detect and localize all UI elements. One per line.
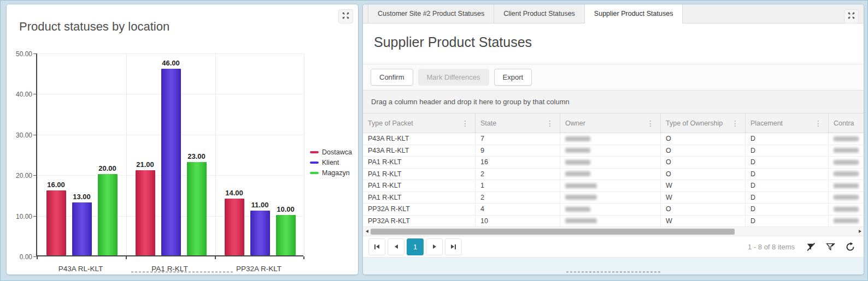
bar[interactable] [250,211,270,255]
tab-customer-site-2-product-statuses[interactable]: Customer Site #2 Product Statuses [368,4,494,23]
table-row[interactable]: PA1 R-KLT2WD [363,192,864,204]
table-cell: O [661,133,746,145]
pager-next-button[interactable] [426,238,443,255]
bar-klient-pa1-r-klt: 46.00 [161,59,181,255]
column-menu-icon[interactable]: ⋮ [730,119,740,128]
chart-expand-button[interactable] [338,9,353,23]
table-cell: D [746,157,829,168]
pager-prev-icon [395,244,398,249]
pager-page-1-button[interactable]: 1 [407,238,424,255]
table-cell [829,216,864,227]
bar[interactable] [72,202,92,255]
table-row[interactable]: P43A RL-KLT7OD [363,133,864,145]
grid-header-row: Type of Packet⋮State⋮Owner⋮Type of Owner… [363,113,864,133]
table-row[interactable]: P43A RL-KLT9OD [363,145,864,157]
y-axis-tick-label: 30.00 [16,131,32,139]
chart-title: Product statuses by location [19,20,169,34]
bar[interactable] [225,199,244,255]
bar[interactable] [98,174,118,255]
tab-supplier-product-statuses[interactable]: Supplier Product Statuses [585,4,683,23]
table-cell: D [746,204,829,215]
redacted-text [565,183,597,188]
table-row[interactable]: PA1 R-KLT16OD [363,157,864,169]
column-header-label: Placement [750,119,813,127]
pager-buttons: 1 [368,238,462,255]
table-cell [829,180,864,192]
panel-footer-dashes [566,271,660,273]
table-row[interactable]: PA1 R-KLT1WD [363,180,864,192]
table-row[interactable]: PA1 R-KLT2OD [363,169,864,181]
table-cell: 9 [476,145,560,157]
bar[interactable] [161,69,181,255]
tab-strip: Customer Site #2 Product StatusesClient … [363,4,864,23]
table-cell: O [661,204,746,215]
legend-item-magazyn[interactable]: Magazyn [310,169,352,177]
legend-item-dostawca[interactable]: Dostawca [310,148,352,156]
table-cell: D [746,216,829,227]
bar-group-pp32a-r-klt: 14.0011.0010.00 [215,53,304,255]
panel-footer-dashes [131,271,234,273]
group-by-hint: Drag a column header and drop it here to… [371,98,570,106]
bar-dostawca-p43a-rl-klt: 16.00 [46,181,66,255]
bar-group-p43a-rl-klt: 16.0013.0020.00 [37,53,126,255]
column-menu-icon[interactable]: ⋮ [545,119,555,128]
confirm-button[interactable]: Confirm [371,69,413,86]
export-button[interactable]: Export [494,69,532,86]
bar-klient-pp32a-r-klt: 11.00 [250,201,270,255]
column-header-placement[interactable]: Placement⋮ [746,113,829,133]
chart-legend: DostawcaKlientMagazyn [310,148,352,177]
bar-value-label: 13.00 [73,193,91,201]
table-row[interactable]: PP32A R-KLT10WD [363,216,864,228]
column-header-type-of-ownership[interactable]: Type of Ownership⋮ [661,113,746,133]
table-cell: W [661,180,746,192]
table-cell: D [746,133,829,145]
table-row[interactable]: PP32A R-KLT4OD [363,204,864,216]
grid-heading-area: Supplier Product Statuses [363,23,864,64]
column-menu-icon[interactable]: ⋮ [646,119,655,128]
scrollbar-thumb[interactable] [371,229,735,235]
table-cell [829,145,864,157]
scrollbar-track[interactable] [371,228,856,235]
filter-off-icon[interactable] [826,242,835,252]
pager-prev-button[interactable] [388,238,404,255]
bar-value-label: 10.00 [277,205,295,213]
column-menu-icon[interactable]: ⋮ [460,119,470,128]
grid-body: P43A RL-KLT7ODP43A RL-KLT9ODPA1 R-KLT16O… [363,133,864,227]
table-cell: D [746,145,829,157]
tab-client-product-statuses[interactable]: Client Product Statuses [494,4,585,23]
refresh-icon[interactable] [846,242,855,252]
pager-last-button[interactable] [445,238,462,255]
column-header-label: State [480,119,545,127]
table-cell [829,157,864,168]
legend-item-klient[interactable]: Klient [310,159,352,166]
bar-group-pa1-r-klt: 21.0046.0023.00 [126,53,215,255]
table-cell [560,169,661,180]
table-cell [560,192,661,204]
table-cell [560,145,661,157]
grid-expand-button[interactable] [844,9,859,23]
table-cell: 2 [476,192,560,204]
bar-value-label: 46.00 [162,59,180,67]
table-cell: O [661,157,746,168]
column-header-owner[interactable]: Owner⋮ [560,113,661,133]
scroll-right-icon[interactable] [856,230,864,233]
bar[interactable] [136,170,155,255]
redacted-text [565,171,590,176]
column-header-contra[interactable]: Contra⋮ [829,113,864,133]
table-cell: PP32A R-KLT [363,204,476,215]
y-axis-tick-label: 0.00 [20,253,32,261]
bar[interactable] [187,162,207,255]
pager-first-button[interactable] [368,238,385,255]
column-header-label: Owner [565,119,646,127]
column-menu-icon[interactable]: ⋮ [813,119,823,128]
y-axis-tick-label: 50.00 [16,50,32,58]
bar[interactable] [46,190,66,255]
clear-filter-icon[interactable] [806,242,816,252]
column-header-type-of-packet[interactable]: Type of Packet⋮ [363,113,476,133]
scroll-left-icon[interactable] [363,230,371,233]
group-by-bar[interactable]: Drag a column header and drop it here to… [363,90,864,113]
column-header-state[interactable]: State⋮ [476,113,560,133]
bar-magazyn-pp32a-r-klt: 10.00 [276,205,296,255]
bar-magazyn-p43a-rl-klt: 20.00 [98,164,118,255]
bar[interactable] [276,215,296,255]
